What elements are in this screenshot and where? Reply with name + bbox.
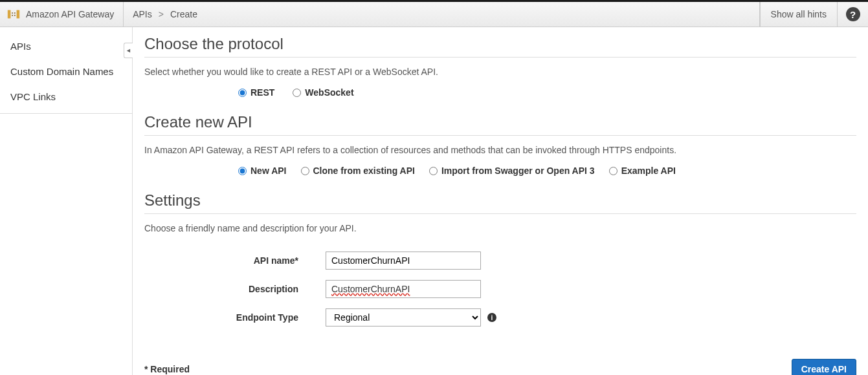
breadcrumb-sep: > (159, 9, 164, 19)
radio-new-api[interactable] (238, 167, 247, 175)
protocol-title: Choose the protocol (144, 35, 856, 53)
api-name-label: API name* (144, 255, 326, 266)
info-icon[interactable]: i (487, 313, 496, 322)
top-bar: Amazon API Gateway APIs > Create Show al… (0, 0, 868, 27)
svg-rect-2 (12, 12, 13, 14)
settings-desc: Choose a friendly name and description f… (144, 223, 856, 233)
sidebar-item-vpc-links[interactable]: VPC Links (0, 84, 132, 109)
option-example-api[interactable]: Example API (609, 166, 676, 176)
api-name-input[interactable] (326, 252, 481, 270)
svg-rect-4 (12, 15, 13, 16)
show-all-hints-button[interactable]: Show all hints (760, 2, 837, 27)
api-gateway-icon (6, 7, 21, 21)
sidebar-item-apis[interactable]: APIs (0, 34, 132, 59)
create-api-options: New API Clone from existing API Import f… (238, 166, 856, 176)
create-api-button[interactable]: Create API (792, 359, 856, 375)
endpoint-type-label: Endpoint Type (144, 312, 326, 323)
description-input[interactable]: CustomerChurnAPI (326, 280, 481, 298)
breadcrumb: APIs > Create (124, 2, 759, 27)
radio-import-api[interactable] (429, 167, 438, 175)
endpoint-type-select[interactable]: Regional (326, 308, 481, 327)
footer: * Required Create API (144, 359, 856, 375)
required-note: * Required (144, 364, 190, 374)
protocol-desc: Select whether you would like to create … (144, 67, 856, 77)
divider (144, 213, 856, 214)
row-description: Description CustomerChurnAPI (144, 280, 856, 298)
protocol-rest-option[interactable]: REST (238, 87, 274, 98)
breadcrumb-root[interactable]: APIs (133, 9, 152, 19)
sidebar: APIs Custom Domain Names VPC Links ◄ (0, 27, 133, 375)
svg-rect-3 (14, 12, 16, 14)
help-button[interactable]: ? (837, 2, 868, 27)
sidebar-collapse-toggle[interactable]: ◄ (124, 43, 133, 58)
radio-rest[interactable] (238, 89, 247, 97)
description-label: Description (144, 284, 326, 294)
svg-rect-1 (17, 10, 20, 19)
protocol-websocket-option[interactable]: WebSocket (293, 87, 353, 98)
option-import-api[interactable]: Import from Swagger or Open API 3 (429, 166, 595, 176)
row-api-name: API name* (144, 252, 856, 270)
help-icon: ? (846, 7, 860, 21)
settings-title: Settings (144, 191, 856, 209)
divider (144, 57, 856, 58)
option-clone-api[interactable]: Clone from existing API (301, 166, 415, 176)
radio-websocket[interactable] (293, 89, 301, 97)
radio-clone-api[interactable] (301, 167, 309, 175)
svg-rect-0 (8, 10, 11, 19)
row-endpoint-type: Endpoint Type Regional i (144, 308, 856, 327)
main-content: Choose the protocol Select whether you w… (133, 27, 868, 375)
breadcrumb-current: Create (170, 9, 197, 19)
radio-example-api[interactable] (609, 167, 618, 175)
create-api-title: Create new API (144, 113, 856, 131)
option-new-api[interactable]: New API (238, 166, 287, 176)
chevron-left-icon: ◄ (126, 47, 131, 54)
service-name: Amazon API Gateway (26, 9, 114, 19)
svg-rect-5 (14, 15, 16, 16)
protocol-options: REST WebSocket (238, 87, 856, 98)
sidebar-item-custom-domain-names[interactable]: Custom Domain Names (0, 59, 132, 84)
service-brand[interactable]: Amazon API Gateway (0, 2, 124, 27)
create-api-desc: In Amazon API Gateway, a REST API refers… (144, 145, 856, 155)
divider (144, 135, 856, 136)
